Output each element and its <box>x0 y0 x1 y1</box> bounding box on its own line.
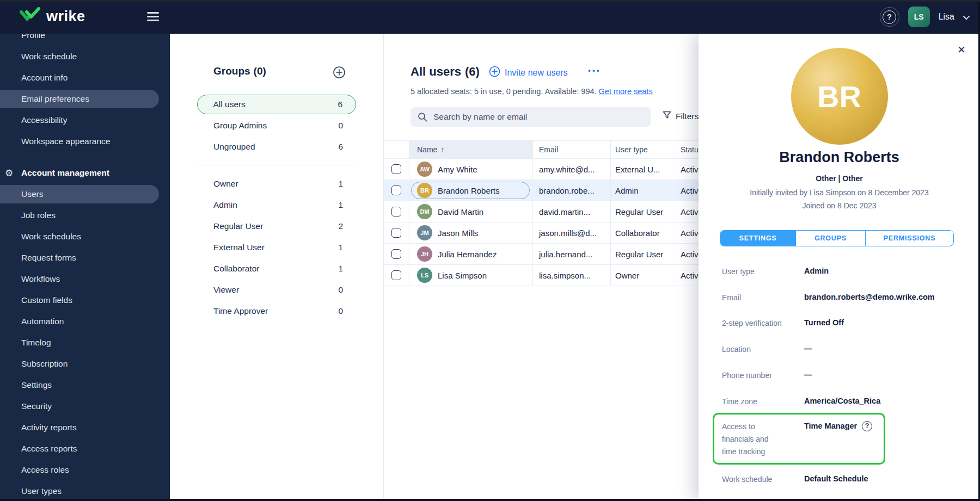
sidebar-item-subscription[interactable]: Subscription <box>0 353 170 374</box>
groups-list: All users6 Group Admins0 Ungrouped6 Owne… <box>170 94 384 321</box>
profile-subtitle: Other | Other <box>699 174 980 183</box>
user-email: jason.mills@d... <box>533 222 611 243</box>
close-icon[interactable]: ✕ <box>957 44 966 56</box>
tab-groups[interactable]: GROUPS <box>795 231 865 246</box>
sidebar-item-account-info[interactable]: Account info <box>0 67 170 88</box>
sidebar-item-workspace-appearance[interactable]: Workspace appearance <box>0 131 170 152</box>
sidebar-item-work-schedules[interactable]: Work schedules <box>0 226 170 247</box>
row-checkbox[interactable] <box>391 185 401 195</box>
group-item-viewer[interactable]: Viewer0 <box>197 279 356 300</box>
search-input[interactable] <box>433 107 646 127</box>
group-item-ungrouped[interactable]: Ungrouped6 <box>197 136 356 157</box>
user-name: Brandon Roberts <box>438 186 499 195</box>
header-name[interactable]: Name ↑ <box>409 141 533 158</box>
groups-divider <box>197 157 356 173</box>
question-icon: ? <box>883 10 896 24</box>
row-checkbox[interactable] <box>391 164 401 174</box>
user-type: Admin <box>611 180 676 201</box>
sidebar-item-activity-reports[interactable]: Activity reports <box>0 417 170 438</box>
group-item-admin[interactable]: Admin1 <box>197 194 356 215</box>
user-type: Collaborator <box>611 222 676 243</box>
sidebar-item-settings[interactable]: Settings <box>0 374 170 395</box>
group-item-regular-user[interactable]: Regular User2 <box>197 215 356 237</box>
avatar: JM <box>417 225 432 240</box>
group-count: 6 <box>338 142 343 152</box>
row-checkbox[interactable] <box>391 249 401 259</box>
header-checkbox-cell <box>384 141 409 158</box>
sort-ascending-icon: ↑ <box>440 145 444 154</box>
user-type: Regular User <box>611 201 676 222</box>
sidebar-item-users[interactable]: Users <box>0 185 159 203</box>
sidebar-item-custom-fields[interactable]: Custom fields <box>0 289 170 311</box>
group-count: 1 <box>338 264 343 274</box>
get-more-seats-link[interactable]: Get more seats <box>599 87 653 96</box>
group-count: 0 <box>338 121 343 131</box>
more-menu-button[interactable]: ••• <box>588 66 601 75</box>
help-circle-icon[interactable]: ? <box>862 421 872 431</box>
group-item-all-users[interactable]: All users6 <box>197 95 356 114</box>
group-count: 1 <box>338 243 343 252</box>
avatar[interactable]: LS <box>908 7 930 27</box>
group-item-time-approver[interactable]: Time Approver0 <box>197 300 356 321</box>
sidebar-section-account-management: ⚙ Account management <box>0 162 170 183</box>
sidebar-section-label: Account management <box>21 168 109 178</box>
sidebar-item-profile[interactable]: Profile <box>0 34 170 46</box>
user-email: brandon.robe... <box>533 180 611 201</box>
user-type: External U... <box>611 159 676 180</box>
groups-panel: Groups(0) All users6 Group Admins0 Ungro… <box>170 34 384 501</box>
joined-line: Joined on 8 Dec 2023 <box>699 201 980 210</box>
filters-button[interactable]: Filters <box>663 111 699 122</box>
topbar: wrike ? LS Lisa <box>0 0 980 34</box>
row-checkbox[interactable] <box>391 228 401 238</box>
header-email[interactable]: Email <box>533 141 611 158</box>
add-group-button[interactable] <box>333 66 346 79</box>
row-checkbox[interactable] <box>391 270 401 280</box>
avatar: JH <box>417 246 432 262</box>
group-item-group-admins[interactable]: Group Admins0 <box>197 115 356 136</box>
group-count: 1 <box>338 179 343 189</box>
filters-label: Filters <box>676 112 699 121</box>
menu-icon[interactable] <box>147 12 159 22</box>
header-user-type[interactable]: User type <box>611 141 676 158</box>
row-checkbox[interactable] <box>391 207 401 217</box>
sidebar-item-work-schedule[interactable]: Work schedule <box>0 46 170 67</box>
profile-photo: BR <box>791 48 888 145</box>
sidebar-item-workflows[interactable]: Workflows <box>0 268 170 289</box>
sidebar-item-request-forms[interactable]: Request forms <box>0 247 170 268</box>
group-item-owner[interactable]: Owner1 <box>197 173 356 194</box>
wrike-logo[interactable]: wrike <box>20 7 85 26</box>
search-box <box>411 107 651 127</box>
sidebar-item-access-roles[interactable]: Access roles <box>0 459 170 480</box>
sidebar-item-user-types[interactable]: User types <box>0 480 170 501</box>
user-name: David Martin <box>438 207 483 217</box>
tab-permissions[interactable]: PERMISSIONS <box>865 231 953 246</box>
help-button[interactable]: ? <box>880 7 899 27</box>
sidebar-item-access-reports[interactable]: Access reports <box>0 438 170 459</box>
invite-new-users-button[interactable]: Invite new users <box>489 66 568 79</box>
chevron-down-icon[interactable] <box>963 13 970 20</box>
filter-funnel-icon <box>663 111 671 122</box>
user-name[interactable]: Lisa <box>939 12 954 22</box>
sidebar-item-accessibility[interactable]: Accessibility <box>0 109 170 131</box>
tab-settings[interactable]: SETTINGS <box>720 231 795 246</box>
group-count: 6 <box>338 100 342 109</box>
avatar: DM <box>417 204 432 219</box>
sidebar-item-automation[interactable]: Automation <box>0 311 170 332</box>
user-name: Lisa Simpson <box>438 271 487 280</box>
avatar: LS <box>417 268 432 283</box>
sidebar-item-timelog[interactable]: Timelog <box>0 332 170 353</box>
avatar: BR <box>417 183 432 198</box>
sidebar-divider <box>0 152 170 162</box>
settings-sidebar: Profile Work schedule Account info Email… <box>0 34 170 501</box>
app-window: wrike ? LS Lisa Profile Work schedule Ac… <box>0 0 980 501</box>
sidebar-item-email-preferences[interactable]: Email preferences <box>0 90 159 108</box>
group-count: 1 <box>338 200 343 210</box>
groups-count: (0) <box>254 65 266 77</box>
group-item-external-user[interactable]: External User1 <box>197 237 356 258</box>
group-item-collaborator[interactable]: Collaborator1 <box>197 258 356 279</box>
users-count: (6) <box>465 65 480 78</box>
sidebar-item-security[interactable]: Security <box>0 395 170 417</box>
invite-label: Invite new users <box>505 68 568 78</box>
user-email: david.martin... <box>533 201 611 222</box>
sidebar-item-job-roles[interactable]: Job roles <box>0 205 170 226</box>
